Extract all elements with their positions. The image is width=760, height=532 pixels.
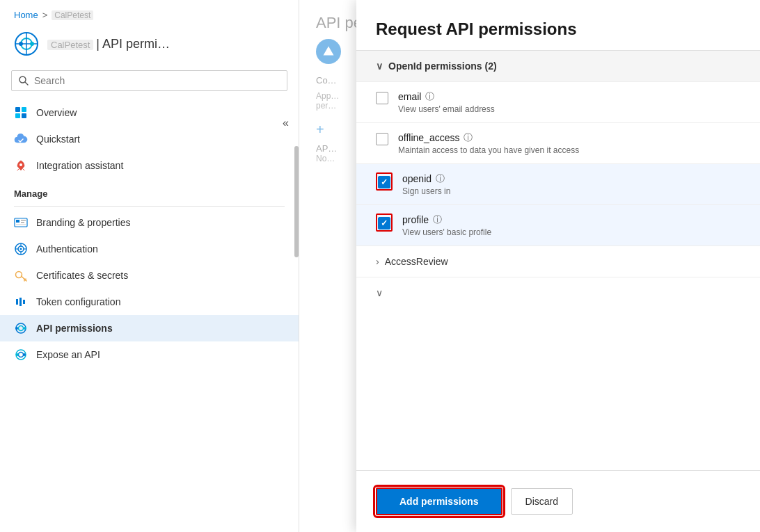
sidebar-item-api-permissions[interactable]: API permissions [0,315,299,341]
sidebar-item-overview[interactable]: Overview [0,99,299,126]
breadcrumb-current: CalPetest [52,10,93,20]
access-review-chevron-icon: › [376,256,379,267]
openid-checkbox[interactable] [378,176,390,188]
right-panel: API permi… Co… App…per… + AP… No… Reques… [299,0,760,532]
expose-icon [14,348,28,362]
search-input[interactable] [34,75,280,86]
profile-info-icon[interactable]: ⓘ [433,213,442,226]
collapsed-section[interactable]: ∨ [356,277,760,308]
collapse-button[interactable]: « [283,117,289,129]
access-review-item[interactable]: › AccessReview [356,245,760,277]
scrollbar-thumb[interactable] [294,146,299,257]
auth-icon [14,242,28,256]
breadcrumb: Home > CalPetest [0,0,299,26]
profile-desc: View users' basic profile [402,227,741,237]
profile-checkbox-border [376,213,393,232]
access-review-label: AccessReview [385,256,448,267]
openid-info: openid ⓘ Sign users in [402,172,741,196]
email-info: email ⓘ View users' email address [398,90,741,114]
svg-rect-30 [19,298,22,306]
offline-access-name: offline_access ⓘ [398,131,741,144]
openid-checkbox-border [376,172,393,191]
svg-rect-10 [15,113,20,118]
offline-access-desc: Maintain access to data you have given i… [398,145,741,155]
sidebar-item-authentication[interactable]: Authentication [0,236,299,262]
branding-icon [14,216,28,229]
svg-point-5 [30,42,34,46]
permission-item-offline-access[interactable]: offline_access ⓘ Maintain access to data… [356,122,760,163]
svg-rect-16 [21,222,24,223]
svg-point-37 [19,353,24,357]
sidebar-item-token[interactable]: Token configuration [0,289,299,315]
sidebar-item-integration[interactable]: Integration assistant [0,152,299,179]
key-icon [14,268,28,282]
openid-name: openid ⓘ [402,172,741,185]
breadcrumb-separator: > [42,10,48,20]
permissions-drawer: Request API permissions ∨ OpenId permiss… [356,0,760,532]
discard-button[interactable]: Discard [511,488,573,515]
search-box[interactable] [11,70,287,91]
rocket-icon [14,159,28,172]
openid-chevron-icon: ∨ [376,61,383,72]
offline-access-checkbox[interactable] [376,133,388,145]
api-icon [14,321,28,335]
search-icon [19,76,29,86]
openid-section-label: OpenId permissions (2) [388,61,497,72]
svg-rect-15 [21,220,26,221]
cloud-icon [14,132,28,146]
offline-access-info-icon[interactable]: ⓘ [464,131,473,144]
permission-item-profile[interactable]: profile ⓘ View users' basic profile [356,204,760,245]
email-checkbox[interactable] [376,92,388,104]
openid-section-header[interactable]: ∨ OpenId permissions (2) [356,51,760,81]
svg-point-12 [19,163,22,166]
profile-name: profile ⓘ [402,213,741,226]
svg-point-35 [24,327,26,330]
add-permissions-button[interactable]: Add permissions [376,487,502,515]
svg-rect-29 [16,299,18,305]
app-title: CalPetest | API permi… [47,37,170,51]
email-desc: View users' email address [398,104,741,114]
left-panel: Home > CalPetest CalPetest | API permi… [0,0,299,532]
drawer-footer: Add permissions Discard [356,470,760,532]
permission-item-openid[interactable]: openid ⓘ Sign users in [356,163,760,204]
collapsed-chevron-icon: ∨ [376,287,383,298]
svg-point-34 [15,327,18,330]
email-info-icon[interactable]: ⓘ [425,90,434,103]
svg-rect-8 [15,107,20,112]
openid-section: ∨ OpenId permissions (2) email ⓘ View us… [356,50,760,245]
offline-access-info: offline_access ⓘ Maintain access to data… [398,131,741,155]
app-header: CalPetest | API permi… [0,26,299,65]
app-logo [14,31,39,56]
openid-info-icon[interactable]: ⓘ [436,172,445,185]
manage-section-label: Manage [0,179,299,203]
grid-icon [14,106,28,120]
manage-divider [14,206,285,207]
email-name: email ⓘ [398,90,741,103]
svg-rect-17 [16,224,26,225]
svg-rect-9 [22,107,26,112]
svg-line-7 [25,82,28,85]
svg-point-25 [16,272,22,278]
svg-rect-31 [23,300,25,304]
sidebar-item-quickstart[interactable]: Quickstart [0,126,299,152]
drawer-title: Request API permissions [376,19,741,39]
sidebar-item-certificates[interactable]: Certificates & secrets [0,262,299,289]
profile-info: profile ⓘ View users' basic profile [402,213,741,237]
breadcrumb-home[interactable]: Home [14,10,38,20]
svg-point-39 [23,353,26,356]
svg-point-4 [19,42,23,46]
profile-checkbox[interactable] [378,217,390,229]
sidebar-item-branding[interactable]: Branding & properties [0,209,299,236]
sidebar-item-expose-api[interactable]: Expose an API [0,341,299,368]
openid-desc: Sign users in [402,186,741,196]
token-icon [14,295,28,309]
svg-rect-14 [16,220,19,223]
svg-rect-11 [22,113,26,118]
drawer-header: Request API permissions [356,0,760,50]
svg-point-33 [19,326,24,331]
svg-point-20 [20,248,22,250]
app-icon [14,31,39,56]
permission-item-email[interactable]: email ⓘ View users' email address [356,81,760,122]
svg-point-38 [16,353,19,356]
